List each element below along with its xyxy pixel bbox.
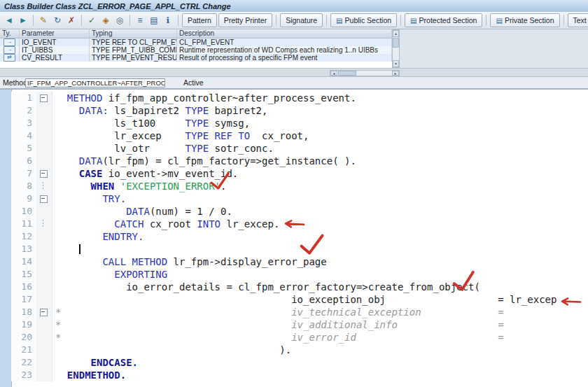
code-text[interactable]: ).: [52, 344, 588, 356]
code-line: 1 METHOD if_fpm_app_controller~after_pro…: [11, 92, 588, 104]
parameter-row[interactable]: ⇄CV_RESULTTYPE FPM_EVENT_RESULTResult of…: [0, 54, 392, 62]
indent: [61, 319, 291, 330]
code-line: 23 ENDMETHOD.: [11, 369, 588, 381]
scroll-down-button[interactable]: ▼: [393, 60, 399, 67]
code-text[interactable]: * iv_technical_exception =: [52, 306, 588, 318]
scrollbar-thumb[interactable]: [338, 71, 356, 76]
object-list-icon[interactable]: ▤: [148, 14, 160, 27]
code-text[interactable]: lr_excep TYPE REF TO cx_root,: [52, 129, 588, 142]
indent: [55, 118, 114, 129]
code-text[interactable]: CATCH cx_root INTO lr_excep.: [52, 218, 588, 230]
scrollbar-thumb[interactable]: [393, 38, 399, 48]
fold-collapse-toggle[interactable]: [40, 309, 48, 316]
code-text[interactable]: * iv_additional_info =: [52, 318, 588, 331]
fold-margin: [36, 243, 52, 255]
code-text[interactable]: DATA(num) = 1 / 0.: [52, 205, 588, 218]
code-token: ENDMETHOD.: [67, 370, 126, 381]
scroll-right-button[interactable]: ►: [392, 71, 399, 76]
code-token: lr_excep.: [220, 218, 279, 230]
scrollbar-track[interactable]: [393, 37, 399, 60]
toolbar-separator: [400, 15, 401, 26]
code-token: iv_additional_info: [291, 319, 398, 330]
code-text[interactable]: CALL METHOD lr_fpm->display_error_page: [52, 255, 588, 268]
code-line: 2 DATA: ls_bapiret2 TYPE bapiret2,: [11, 104, 588, 117]
protected-section-button[interactable]: ▤Protected Section: [405, 13, 482, 27]
test-icon[interactable]: ◎: [113, 14, 126, 27]
code-text[interactable]: EXPORTING: [52, 268, 588, 281]
toolbar-separator: [326, 15, 327, 26]
indent: [55, 231, 102, 242]
scroll-up-button[interactable]: ▲: [393, 30, 399, 37]
toolbar-separator: [33, 15, 34, 26]
code-token: =: [498, 319, 503, 330]
line-number: 14: [11, 255, 36, 268]
code-token: TRY.: [102, 193, 126, 204]
text-cursor: [79, 244, 80, 254]
fold-margin: [36, 192, 52, 205]
code-line: 20* iv_error_id =: [11, 331, 588, 344]
code-text[interactable]: ls_t100 TYPE symsg,: [52, 117, 588, 129]
scrollbar-track[interactable]: [337, 71, 392, 76]
line-number: 8: [11, 180, 36, 192]
display-change-icon[interactable]: ✎: [37, 14, 50, 27]
fold-collapse-toggle[interactable]: [40, 195, 48, 203]
where-used-icon[interactable]: ≡: [134, 14, 146, 27]
code-text[interactable]: WHEN 'EXCEPTION_ERROR'.: [52, 180, 588, 192]
code-line: 6 DATA(lr_fpm) = cl_fpm_factory=>get_ins…: [11, 155, 588, 167]
code-text[interactable]: io_error_details = cl_fpm_error_factory=…: [52, 281, 588, 293]
code-text[interactable]: ENDMETHOD.: [52, 369, 588, 381]
abap-code-editor[interactable]: 1 METHOD if_fpm_app_controller~after_pro…: [0, 89, 588, 387]
column-header: Ty.: [0, 29, 20, 38]
code-line: 10 DATA(num) = 1 / 0.: [11, 205, 588, 218]
private-section-button[interactable]: ▤Private Section: [490, 13, 559, 27]
back-icon[interactable]: ◄: [3, 14, 15, 27]
public-section-button[interactable]: ▤Public Section: [330, 13, 397, 27]
refresh-icon[interactable]: ↻: [51, 14, 64, 27]
code-line: 12 ENDTRY.: [11, 230, 588, 243]
fold-margin: [36, 293, 52, 306]
indent: [61, 332, 291, 343]
code-text[interactable]: io_exception_obj = lr_excep: [52, 293, 588, 306]
code-text[interactable]: * iv_error_id =: [52, 331, 588, 344]
code-token: lr_excep: [114, 130, 161, 141]
indent: [55, 143, 114, 154]
parameter-row[interactable]: →IT_UIBBSTYPE FPM_T_UIBB_COMPONENTSRunti…: [0, 46, 392, 54]
code-line: 4 lr_excep TYPE REF TO cx_root,: [11, 129, 588, 142]
scroll-left-button[interactable]: ◄: [330, 71, 337, 76]
info-icon[interactable]: ℹ: [162, 14, 174, 27]
fold-collapse-toggle[interactable]: [40, 170, 48, 178]
code-text[interactable]: ENDTRY.: [52, 230, 588, 243]
activate-icon[interactable]: ◈: [99, 14, 112, 27]
code-text[interactable]: [52, 243, 588, 255]
code-text[interactable]: ENDCASE.: [52, 356, 588, 369]
fold-margin: [36, 129, 52, 142]
code-text[interactable]: lv_otr TYPE sotr_conc.: [52, 142, 588, 155]
code-text[interactable]: TRY.: [52, 192, 588, 205]
pretty-printer-button[interactable]: Pretty Printer: [218, 13, 272, 27]
parameter-name-cell: IO_EVENT: [20, 38, 90, 46]
code-token: iv_error_id: [291, 332, 356, 343]
signature-button[interactable]: Signature: [280, 13, 323, 27]
parameter-row[interactable]: →IO_EVENTTYPE REF TO CL_FPM_EVENTCL_FPM_…: [0, 38, 392, 46]
code-text[interactable]: METHOD if_fpm_app_controller~after_proce…: [52, 92, 588, 104]
method-name-input[interactable]: IF_FPM_APP_CONTROLLER~AFTER_PROCESS_EVEN…: [25, 78, 165, 87]
params-horizontal-scrollbar[interactable]: ◄ ►: [330, 70, 400, 76]
parameter-typing-cell: TYPE REF TO CL_FPM_EVENT: [90, 38, 177, 46]
code-area[interactable]: 1 METHOD if_fpm_app_controller~after_pro…: [11, 90, 588, 387]
code-line: 3 ls_t100 TYPE symsg,: [11, 117, 588, 129]
code-line: 7 CASE io_event->mv_event_id.: [11, 167, 588, 180]
line-number: 23: [11, 369, 36, 381]
delete-icon[interactable]: ✗: [65, 14, 78, 27]
fold-collapse-toggle[interactable]: [40, 94, 48, 102]
pattern-button[interactable]: Pattern: [182, 13, 217, 27]
forward-icon[interactable]: ►: [17, 14, 29, 27]
code-text[interactable]: DATA(lr_fpm) = cl_fpm_factory=>get_insta…: [52, 155, 588, 167]
code-text[interactable]: DATA: ls_bapiret2 TYPE bapiret2,: [52, 104, 588, 117]
code-text[interactable]: CASE io_event->mv_event_id.: [52, 167, 588, 180]
parameter-description-cell: Runtime representation of WD Comps each …: [177, 46, 392, 54]
params-vertical-scrollbar[interactable]: ▲ ▼: [392, 29, 400, 68]
indent: [162, 130, 186, 141]
text-elements-button[interactable]: Text Elements: [568, 13, 588, 27]
code-token: EXPORTING: [114, 269, 167, 280]
syntax-check-icon[interactable]: ✓: [85, 14, 98, 27]
